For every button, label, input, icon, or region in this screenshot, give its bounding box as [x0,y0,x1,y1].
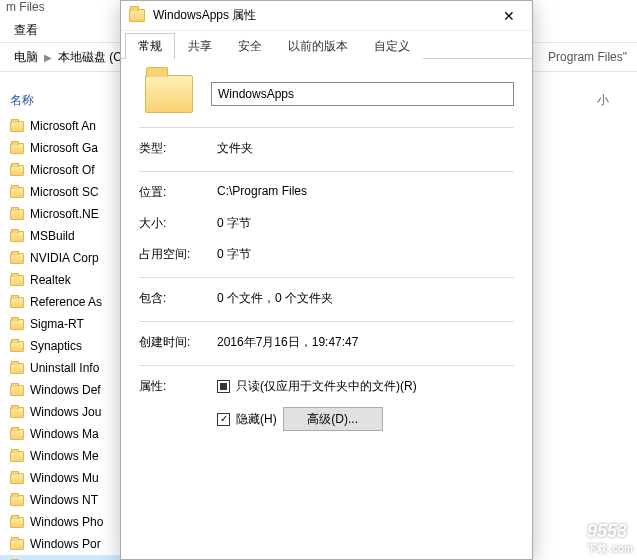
file-name: Windows Def [30,383,101,397]
file-name: Windows Jou [30,405,101,419]
watermark: 9553下载 .com [587,521,633,556]
list-item[interactable]: Windows Ma [0,423,139,445]
list-item[interactable]: Reference As [0,291,139,313]
list-item[interactable]: WindowsApps [0,555,139,560]
file-name: Uninstall Info [30,361,99,375]
tab-security[interactable]: 安全 [225,33,275,59]
list-item[interactable]: Microsoft Ga [0,137,139,159]
list-item[interactable]: Microsoft.NE [0,203,139,225]
file-name: Sigma-RT [30,317,84,331]
dialog-title: WindowsApps 属性 [153,7,256,24]
folder-icon [10,209,24,220]
folder-icon [129,9,145,22]
folder-icon [10,275,24,286]
close-button[interactable]: ✕ [486,1,532,31]
properties-dialog: WindowsApps 属性 ✕ 常规 共享 安全 以前的版本 自定义 类型:文… [120,0,533,560]
file-name: Windows Mu [30,471,99,485]
folder-icon [10,429,24,440]
size-on-disk-value: 0 字节 [217,246,514,263]
contains-value: 0 个文件，0 个文件夹 [217,290,514,307]
tab-general[interactable]: 常规 [125,33,175,59]
file-name: Microsoft SC [30,185,99,199]
list-item[interactable]: Windows Me [0,445,139,467]
list-item[interactable]: Windows Jou [0,401,139,423]
folder-icon [10,407,24,418]
file-name: Windows Me [30,449,99,463]
file-list: Microsoft AnMicrosoft GaMicrosoft OfMicr… [0,115,139,560]
list-item[interactable]: Microsoft Of [0,159,139,181]
folder-icon [10,451,24,462]
list-item[interactable]: Realtek [0,269,139,291]
list-item[interactable]: Windows NT [0,489,139,511]
file-name: Windows NT [30,493,98,507]
size-value: 0 字节 [217,215,514,232]
menu-view[interactable]: 查看 [14,23,38,37]
list-item[interactable]: MSBuild [0,225,139,247]
list-item[interactable]: NVIDIA Corp [0,247,139,269]
file-name: Microsoft.NE [30,207,99,221]
folder-icon [10,231,24,242]
tab-sharing[interactable]: 共享 [175,33,225,59]
file-name: MSBuild [30,229,75,243]
list-item[interactable]: Microsoft An [0,115,139,137]
folder-icon [10,165,24,176]
folder-icon [10,319,24,330]
contains-label: 包含: [139,290,217,307]
list-item[interactable]: Sigma-RT [0,313,139,335]
list-item[interactable]: Uninstall Info [0,357,139,379]
folder-icon [10,253,24,264]
tab-strip: 常规 共享 安全 以前的版本 自定义 [121,31,532,59]
folder-icon [10,297,24,308]
folder-icon [10,187,24,198]
file-name: Microsoft An [30,119,96,133]
breadcrumb-pc[interactable]: 电脑 [10,47,42,68]
size-on-disk-label: 占用空间: [139,246,217,263]
list-item[interactable]: Synaptics [0,335,139,357]
file-name: Windows Ma [30,427,99,441]
attributes-label: 属性: [139,378,217,443]
created-label: 创建时间: [139,334,217,351]
breadcrumb-path-fragment: Program Files" [548,50,637,64]
folder-icon [10,385,24,396]
file-name: Windows Pho [30,515,103,529]
folder-large-icon [145,75,193,113]
type-label: 类型: [139,140,217,157]
type-value: 文件夹 [217,140,514,157]
list-item[interactable]: Windows Por [0,533,139,555]
readonly-label: 只读(仅应用于文件夹中的文件)(R) [236,378,417,395]
hidden-checkbox[interactable] [217,413,230,426]
folder-icon [10,473,24,484]
annotation-small: 小 [597,92,609,109]
hidden-label: 隐藏(H) [236,411,277,428]
file-name: Microsoft Ga [30,141,98,155]
list-item[interactable]: Windows Mu [0,467,139,489]
folder-icon [10,143,24,154]
file-name: Windows Por [30,537,101,551]
file-name: NVIDIA Corp [30,251,99,265]
file-name: Realtek [30,273,71,287]
folder-icon [10,341,24,352]
folder-icon [10,517,24,528]
tab-customize[interactable]: 自定义 [361,33,423,59]
folder-icon [10,121,24,132]
readonly-checkbox[interactable] [217,380,230,393]
folder-name-input[interactable] [211,82,514,106]
folder-icon [10,539,24,550]
location-value: C:\Program Files [217,184,514,201]
file-name: Reference As [30,295,102,309]
chevron-right-icon: ▶ [44,52,52,63]
size-label: 大小: [139,215,217,232]
list-item[interactable]: Microsoft SC [0,181,139,203]
folder-icon [10,495,24,506]
advanced-button[interactable]: 高级(D)... [283,407,383,431]
tab-previous-versions[interactable]: 以前的版本 [275,33,361,59]
column-header-name[interactable]: 名称 [0,92,139,109]
breadcrumb-disk[interactable]: 本地磁盘 (C [54,47,126,68]
list-item[interactable]: Windows Pho [0,511,139,533]
list-item[interactable]: Windows Def [0,379,139,401]
file-name: Synaptics [30,339,82,353]
location-label: 位置: [139,184,217,201]
folder-icon [10,363,24,374]
file-name: Microsoft Of [30,163,95,177]
created-value: 2016年7月16日，19:47:47 [217,334,514,351]
